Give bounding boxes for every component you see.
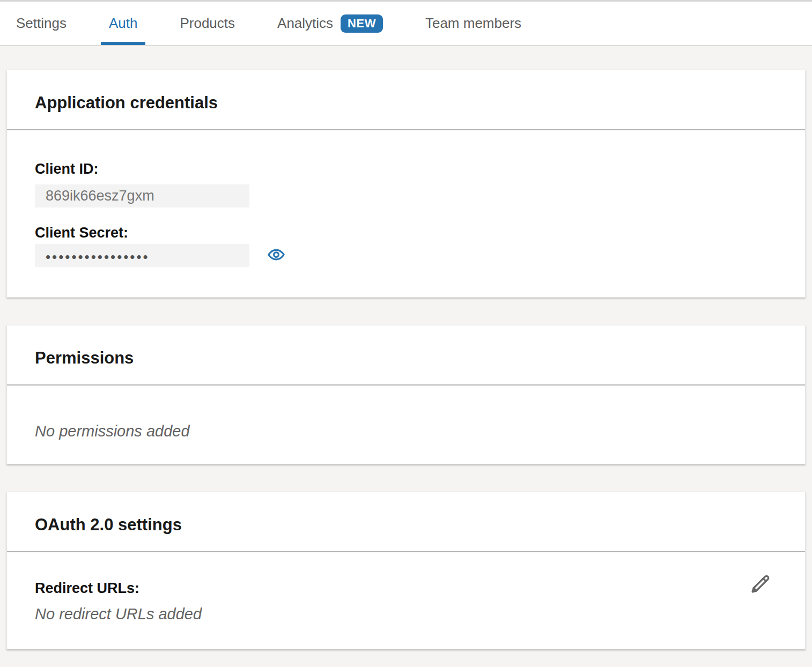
tab-analytics-label: Analytics xyxy=(277,15,333,32)
permissions-card: Permissions No permissions added xyxy=(6,325,806,464)
application-credentials-content: Client ID: Client Secret: xyxy=(7,130,805,297)
permissions-content: No permissions added xyxy=(7,386,805,464)
tab-team-members[interactable]: Team members xyxy=(425,2,521,45)
no-permissions-message: No permissions added xyxy=(35,422,777,440)
tab-auth-label: Auth xyxy=(109,15,138,32)
application-credentials-header: Application credentials xyxy=(7,70,805,130)
tab-auth[interactable]: Auth xyxy=(109,2,138,45)
oauth-settings-header: OAuth 2.0 settings xyxy=(7,492,805,552)
redirect-urls-label: Redirect URLs: xyxy=(35,580,202,596)
pencil-icon xyxy=(749,573,772,597)
tab-products-label: Products xyxy=(180,15,235,32)
application-credentials-title: Application credentials xyxy=(35,94,777,112)
client-secret-input[interactable] xyxy=(35,244,249,267)
tab-bar: Settings Auth Products Analytics NEW Tea… xyxy=(0,0,812,46)
oauth-settings-content: Redirect URLs: No redirect URLs added xyxy=(7,552,805,649)
no-redirect-urls-message: No redirect URLs added xyxy=(35,605,202,623)
new-badge: NEW xyxy=(341,14,383,33)
tab-settings[interactable]: Settings xyxy=(16,2,67,45)
oauth-settings-card: OAuth 2.0 settings Redirect URLs: No red… xyxy=(6,492,806,649)
reveal-secret-button[interactable] xyxy=(267,246,285,265)
tab-analytics[interactable]: Analytics NEW xyxy=(277,2,383,45)
tab-settings-label: Settings xyxy=(16,15,67,32)
client-secret-label: Client Secret: xyxy=(35,225,777,241)
permissions-header: Permissions xyxy=(7,325,805,386)
oauth-settings-title: OAuth 2.0 settings xyxy=(35,516,777,533)
application-credentials-card: Application credentials Client ID: Clien… xyxy=(6,70,806,298)
edit-redirect-urls-button[interactable] xyxy=(749,573,772,597)
tab-team-members-label: Team members xyxy=(425,15,521,32)
redirect-urls-block: Redirect URLs: No redirect URLs added xyxy=(35,580,202,623)
tab-products[interactable]: Products xyxy=(180,2,235,45)
client-id-input[interactable] xyxy=(35,184,249,207)
active-tab-underline xyxy=(101,42,146,45)
client-id-label: Client ID: xyxy=(35,161,777,177)
eye-icon xyxy=(267,246,285,265)
client-secret-row xyxy=(35,244,777,267)
permissions-title: Permissions xyxy=(35,349,777,367)
